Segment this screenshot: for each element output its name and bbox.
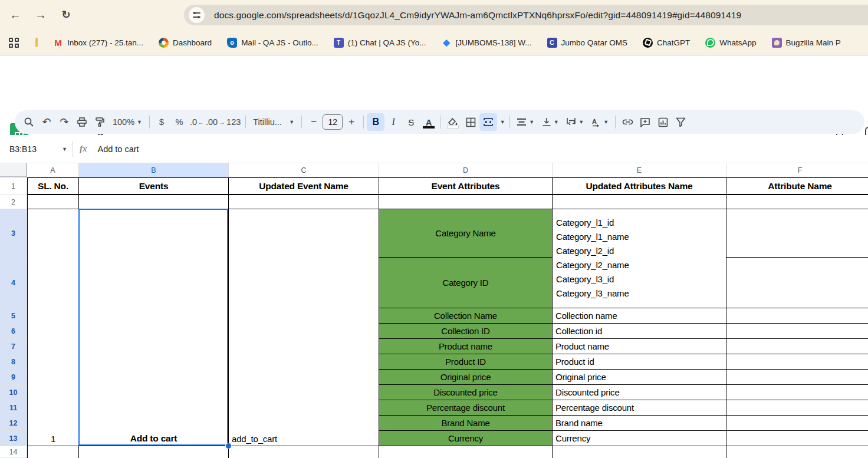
fill-handle[interactable] xyxy=(225,443,232,449)
updated-attr-cell-e5[interactable]: Collection name xyxy=(553,308,726,324)
name-box[interactable]: B3:B13 ▼ xyxy=(9,144,67,154)
empty-cell-row14[interactable] xyxy=(27,446,79,458)
empty-cell-row14[interactable] xyxy=(79,446,229,458)
column-header-a[interactable]: A xyxy=(27,163,79,177)
merge-cells-button[interactable] xyxy=(479,113,497,131)
borders-button[interactable] xyxy=(462,113,479,131)
updated-attr-cell-e7[interactable]: Product name xyxy=(553,339,726,354)
text-rotation-button[interactable]: A▼ xyxy=(587,113,612,131)
text-wrap-button[interactable]: ▼ xyxy=(563,113,587,131)
column-header-b[interactable]: B xyxy=(79,163,229,177)
search-icon[interactable] xyxy=(20,113,38,131)
row-header-4[interactable]: 4 xyxy=(0,258,27,308)
filter-icon[interactable] xyxy=(672,113,689,131)
text-color-button[interactable]: A xyxy=(420,113,438,131)
italic-button[interactable]: I xyxy=(384,113,402,131)
bookmark-bugzilla[interactable]: Bugzilla Main P xyxy=(772,38,841,48)
updated-attr-cell-e12[interactable]: Brand name xyxy=(553,416,726,431)
insert-chart-icon[interactable] xyxy=(654,113,672,131)
bookmark-outlook[interactable]: o Mail - QA JS - Outlo... xyxy=(227,38,318,48)
row-header-6[interactable]: 6 xyxy=(0,324,27,339)
attribute-name-cell-f3[interactable] xyxy=(726,209,868,258)
attribute-cell-d8[interactable]: Product ID xyxy=(379,354,553,370)
column-header-d[interactable]: D xyxy=(379,163,553,177)
updated-attr-merged-cell[interactable]: Category_l1_idCategory_l1_nameCategory_l… xyxy=(553,209,726,308)
merge-cells-caret[interactable]: ▼ xyxy=(497,113,507,131)
strikethrough-button[interactable]: S xyxy=(402,113,420,131)
insert-comment-icon[interactable] xyxy=(636,113,654,131)
format-percent-button[interactable]: % xyxy=(170,113,188,131)
address-bar[interactable]: docs.google.com/spreadsheets/d/1GqozJL4_… xyxy=(184,5,868,25)
back-icon[interactable]: ← xyxy=(7,6,24,23)
empty-cell-row2[interactable] xyxy=(229,195,379,209)
row-header-14[interactable]: 14 xyxy=(0,446,27,458)
column-header-f[interactable]: F xyxy=(726,163,868,177)
attribute-name-cell-f13[interactable] xyxy=(726,431,868,446)
attribute-name-cell-f8[interactable] xyxy=(726,354,868,370)
attribute-cell-d12[interactable]: Brand Name xyxy=(379,416,553,431)
font-select[interactable]: Titilliu...▼ xyxy=(249,113,298,131)
row-header-10[interactable]: 10 xyxy=(0,385,27,400)
row-header-12[interactable]: 12 xyxy=(0,416,27,431)
updated-attr-cell-e6[interactable]: Collection id xyxy=(553,324,726,339)
forward-icon[interactable]: → xyxy=(32,6,49,23)
attribute-name-cell-f4[interactable] xyxy=(726,258,868,308)
attribute-name-cell-f9[interactable] xyxy=(726,370,868,385)
header-cell-e1[interactable]: Updated Attributes Name xyxy=(553,177,726,195)
row-header-8[interactable]: 8 xyxy=(0,354,27,370)
bookmark-chatgpt[interactable]: ChatGPT xyxy=(643,38,690,48)
empty-cell-row2[interactable] xyxy=(79,195,229,209)
updated-attr-cell-e8[interactable]: Product id xyxy=(553,354,726,370)
attribute-cell-d7[interactable]: Product name xyxy=(379,339,553,354)
url-text[interactable]: docs.google.com/spreadsheets/d/1GqozJL4_… xyxy=(214,10,741,21)
paint-format-icon[interactable] xyxy=(91,113,108,131)
bold-button[interactable]: B xyxy=(367,113,384,131)
updated-attr-cell-e10[interactable]: Discounted price xyxy=(553,385,726,400)
select-all-corner[interactable] xyxy=(0,163,27,177)
empty-cell-row2[interactable] xyxy=(726,195,868,209)
merged-cell-event[interactable]: Add to cart xyxy=(79,209,229,446)
attribute-cell-d4[interactable]: Category ID xyxy=(379,258,553,308)
attribute-name-cell-f6[interactable] xyxy=(726,324,868,339)
fill-color-button[interactable] xyxy=(444,113,462,131)
column-header-e[interactable]: E xyxy=(553,163,726,177)
formula-input[interactable]: Add to cart xyxy=(98,144,139,154)
row-header-3[interactable]: 3 xyxy=(0,209,27,258)
attribute-cell-d13[interactable]: Currency xyxy=(379,431,553,446)
column-header-c[interactable]: C xyxy=(229,163,379,177)
zoom-select[interactable]: 100%▼ xyxy=(108,113,146,131)
attribute-cell-d11[interactable]: Percentage discount xyxy=(379,400,553,416)
reload-icon[interactable]: ↻ xyxy=(58,6,74,23)
format-currency-button[interactable]: $ xyxy=(153,113,170,131)
redo-icon[interactable]: ↷ xyxy=(55,113,73,131)
empty-cell-row2[interactable] xyxy=(27,195,79,209)
attribute-cell-d3[interactable]: Category Name xyxy=(379,209,553,258)
undo-icon[interactable]: ↶ xyxy=(38,113,55,131)
merged-cell-sl-no[interactable]: 1 xyxy=(27,209,79,446)
empty-cell-row14[interactable] xyxy=(229,446,379,458)
attribute-name-cell-f7[interactable] xyxy=(726,339,868,354)
decrease-font-size-button[interactable]: − xyxy=(305,113,323,131)
vertical-align-button[interactable]: ▼ xyxy=(538,113,563,131)
updated-attr-cell-e11[interactable]: Percentage discount xyxy=(553,400,726,416)
increase-font-size-button[interactable]: + xyxy=(343,113,360,131)
empty-cell-row14[interactable] xyxy=(379,446,553,458)
header-cell-c1[interactable]: Updated Event Name xyxy=(229,177,379,195)
header-cell-b1[interactable]: Events xyxy=(79,177,229,195)
header-cell-f1[interactable]: Attribute Name xyxy=(726,177,868,195)
row-header-1[interactable]: 1 xyxy=(0,177,27,195)
increase-decimal-button[interactable]: .00→ xyxy=(206,113,225,131)
bookmark-jira[interactable]: ◆ [JUMBOMS-138] W... xyxy=(441,38,531,48)
bookmark-inbox[interactable]: M Inbox (277) - 25.tan... xyxy=(53,38,143,48)
row-header-9[interactable]: 9 xyxy=(0,370,27,385)
row-header-11[interactable]: 11 xyxy=(0,400,27,416)
print-icon[interactable] xyxy=(73,113,91,131)
row-header-13[interactable]: 13 xyxy=(0,431,27,446)
row-header-7[interactable]: 7 xyxy=(0,339,27,354)
apps-grid-icon[interactable] xyxy=(9,38,19,48)
updated-attr-cell-e13[interactable]: Currency xyxy=(553,431,726,446)
attribute-name-cell-f11[interactable] xyxy=(726,400,868,416)
site-settings-icon[interactable] xyxy=(189,7,205,23)
attribute-name-cell-f10[interactable] xyxy=(726,385,868,400)
attribute-cell-d10[interactable]: Discounted price xyxy=(379,385,553,400)
